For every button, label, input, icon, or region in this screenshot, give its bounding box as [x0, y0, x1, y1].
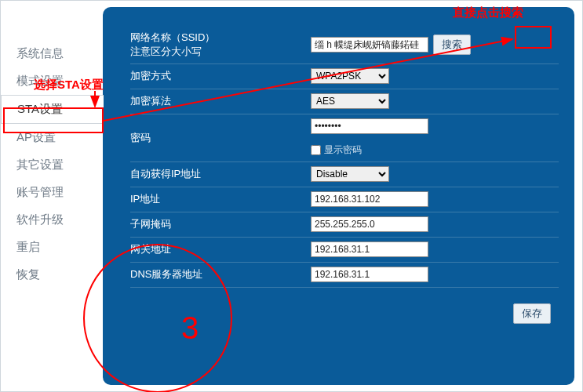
save-button[interactable]: 保存 [513, 303, 551, 324]
sidebar-item-reboot[interactable]: 重启 [1, 234, 103, 261]
gateway-label: 网关地址 [130, 242, 311, 256]
ip-label: IP地址 [130, 192, 311, 206]
mask-input[interactable] [311, 216, 428, 232]
ssid-label: 网络名称（SSID） 注意区分大小写 [130, 31, 311, 59]
sidebar-item-restore[interactable]: 恢复 [1, 261, 103, 289]
show-password-checkbox[interactable] [311, 145, 321, 155]
settings-panel: 网络名称（SSID） 注意区分大小写 搜索 加密方式 WPA2PSK 加密算法 … [103, 7, 574, 385]
encrypt-method-select[interactable]: WPA2PSK [311, 68, 389, 84]
encrypt-method-label: 加密方式 [130, 69, 311, 83]
encrypt-algo-label: 加密算法 [130, 94, 311, 108]
show-password-label: 显示密码 [324, 143, 362, 157]
auto-ip-select[interactable]: Disable [311, 166, 389, 182]
dns-label: DNS服务器地址 [130, 267, 311, 281]
gateway-input[interactable] [311, 241, 428, 257]
auto-ip-label: 自动获得IP地址 [130, 167, 311, 181]
ip-input[interactable] [311, 191, 428, 207]
sidebar: 系统信息 模式设置 STA设置 AP设置 其它设置 账号管理 软件升级 重启 恢… [1, 1, 103, 391]
password-label: 密码 [130, 131, 311, 145]
sidebar-item-sysinfo[interactable]: 系统信息 [1, 40, 103, 67]
sidebar-item-other[interactable]: 其它设置 [1, 151, 103, 179]
encrypt-algo-select[interactable]: AES [311, 93, 389, 109]
sidebar-item-account[interactable]: 账号管理 [1, 179, 103, 206]
mask-label: 子网掩码 [130, 217, 311, 231]
password-input[interactable] [311, 118, 428, 134]
dns-input[interactable] [311, 267, 428, 282]
ssid-input[interactable] [311, 37, 428, 53]
search-button[interactable]: 搜索 [433, 34, 471, 55]
sidebar-item-upgrade[interactable]: 软件升级 [1, 206, 103, 234]
sidebar-item-mode[interactable]: 模式设置 [1, 67, 103, 95]
sidebar-item-ap[interactable]: AP设置 [1, 124, 103, 151]
sidebar-item-sta[interactable]: STA设置 [1, 95, 104, 124]
